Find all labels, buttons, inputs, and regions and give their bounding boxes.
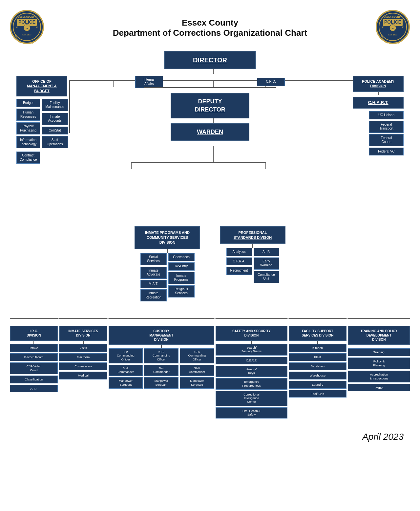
2-10-column: 2-10CommandingOfficer ShiftCommander Man… (144, 348, 178, 389)
svg-text:POLICE: POLICE (18, 19, 35, 25)
inmate-programs-block: INMATE PROGRAMS ANDCOMMUNITY SERVICESDIV… (135, 226, 200, 302)
internal-affairs-box: InternalAffairs (135, 76, 163, 88)
office-mgmt-box: OFFICE OFMANAGEMENT & BUDGET (16, 76, 67, 96)
svg-text:★: ★ (16, 26, 18, 29)
center-column: InternalAffairs C.R.O. DEPUTYDIRECTOR WA… (128, 76, 292, 141)
cro-box: C.R.O. (257, 78, 285, 86)
svg-text:★: ★ (402, 26, 404, 29)
logo-left: ESSEX COUNTY POLICE ★ EST. 1837 DEPARTME… (10, 10, 44, 46)
title-line1: Essex County (10, 18, 410, 28)
svg-text:★: ★ (392, 27, 394, 30)
warehouse-box: Warehouse (289, 372, 346, 379)
fire-health-safety-box: Fire, Health &Safety (216, 407, 288, 419)
inmate-services-block: INMATE SERVICESDIVISION Visits Mailroom … (59, 318, 107, 379)
classification-box: Classification (10, 376, 58, 383)
re-entry-box: Re-Entry (168, 262, 195, 271)
early-warning-box: EarlyWarning (254, 257, 279, 270)
intake-box: Intake (10, 344, 58, 352)
training-box: Training (348, 348, 410, 356)
training-policy-block: TRAINING AND POLICYDEVELOPMENTDIVISON Tr… (348, 318, 410, 391)
mat-box: M.A.T. (140, 280, 167, 288)
info-tech-box: InformationTechnology (16, 136, 40, 148)
contract-compliance-box: ContractCompliance (16, 152, 40, 164)
opra-box: O.P.R.A. (226, 257, 252, 266)
training-policy-box: TRAINING AND POLICYDEVELOPMENTDIVISON (348, 326, 410, 345)
left-side-block: OFFICE OFMANAGEMENT & BUDGET Budget Huma… (10, 76, 68, 164)
svg-text:EST. 1837: EST. 1837 (22, 34, 32, 36)
laundry-box: Laundry (289, 381, 346, 389)
2-10-shift-commander-box: ShiftCommander (144, 365, 178, 376)
armory-keys-box: Armory/Keys (216, 366, 288, 377)
irc-division-box: I.R.C.DIVISION (10, 326, 58, 341)
6-2-column: 6-2CommandingOfficer ShiftCommander Manp… (109, 348, 143, 389)
grievances-box: Grievances (168, 253, 195, 261)
10-6-manpower-box: ManpowerSergeant (180, 377, 214, 389)
10-6-column: 10-6CommandingOfficer ShiftCommander Man… (180, 348, 214, 389)
logo-right: ESSEX COUNTY POLICE ★ EST. 1837 DEPARTME… (376, 10, 410, 46)
inmate-accounts-box: InmateAccounts (42, 113, 68, 125)
professional-standards-box: PROFESSIONALSTANDARDS DIVISON (220, 226, 285, 244)
payroll-box: Payroll/Purchasing (16, 122, 40, 134)
analytics-box: Analytics (226, 248, 252, 256)
10-6-shift-commander-box: ShiftCommander (180, 365, 214, 376)
visits-box: Visits (59, 344, 107, 352)
policy-planning-box: Policy &Planning (348, 358, 410, 369)
commissary-box: Commissary (59, 362, 107, 370)
facility-support-block: FACILITY SUPPORTSERVICES DIVISION Kitche… (289, 318, 346, 398)
svg-text:★: ★ (382, 26, 384, 29)
mailroom-box: Mailroom (59, 353, 107, 361)
staff-ops-box: StaffOperations (42, 136, 68, 148)
svg-text:POLICE: POLICE (384, 19, 401, 25)
human-resources-box: HumanResources (16, 109, 40, 121)
svg-text:★: ★ (26, 27, 28, 30)
inmate-services-box: INMATE SERVICESDIVISION (59, 326, 107, 341)
cjp-video-court-box: CJP/VideoCourt (10, 362, 58, 374)
facility-maint-box: FacilityMaintenance (42, 99, 68, 111)
compliance-unit-box: ComplianceUnit (254, 271, 279, 283)
correctional-intel-box: CorrectionalIntelligenceCenter (216, 391, 288, 406)
inmate-programs-child-box: InmatePrograms (168, 272, 195, 284)
record-room-box: Record Room (10, 353, 58, 361)
footer-date: April 2023 (10, 432, 410, 442)
sanitation-box: Sanitation (289, 362, 346, 370)
title-line2: Department of Corrections Organizational… (10, 28, 410, 38)
search-security-box: Search/Security Teams (216, 344, 288, 356)
director-box: DIRECTOR (10, 51, 410, 69)
6-2-shift-commander-box: ShiftCommander (109, 365, 143, 376)
ati-box: A.T.I. (10, 385, 58, 393)
safety-security-box: SAFETY AND SECURITYDIVISION (216, 326, 288, 341)
emergency-prep-box: EmergencyPreparedness (216, 378, 288, 390)
medical-box: Medical (59, 372, 107, 379)
budget-box: Budget (16, 99, 40, 107)
irc-division-block: I.R.C.DIVISION Intake Record Room CJP/Vi… (10, 318, 58, 392)
warden-box: WARDEN (171, 123, 249, 141)
svg-text:EST. 1837: EST. 1837 (388, 34, 397, 36)
kitchen-box: Kitchen (289, 344, 346, 352)
svg-text:★: ★ (36, 26, 38, 29)
custody-mgmt-block: CUSTODYMANAGEMENTDIVISION 6-2CommandingO… (109, 318, 214, 389)
corrstat-box: CorrStat (42, 127, 68, 135)
footer: April 2023 (10, 432, 410, 442)
recruitment-box: Recruitment (226, 267, 252, 275)
svg-text:ESSEX COUNTY: ESSEX COUNTY (384, 16, 402, 18)
social-services-box: SocialServices (140, 253, 167, 265)
2-10-manpower-box: ManpowerSergeant (144, 377, 178, 389)
right-side-block: POLICE ACADEMYDIVISION C.H.A.R.T. UC Lia… (353, 76, 410, 155)
federal-courts-box: FederalCourts (369, 134, 404, 146)
inmate-recreation-box: InmateRecreation (140, 289, 167, 301)
chart-box: C.H.A.R.T. (353, 97, 404, 109)
aip-box: A.I.P. (254, 248, 279, 256)
federal-vc-box: Federal VC (369, 148, 404, 156)
professional-standards-block: PROFESSIONALSTANDARDS DIVISON Analytics … (220, 226, 285, 302)
tool-crib-box: Tool/ Crib (289, 390, 346, 398)
deputy-director-box: DEPUTYDIRECTOR (171, 93, 249, 118)
svg-text:ESSEX COUNTY: ESSEX COUNTY (18, 16, 36, 18)
page-header: ESSEX COUNTY POLICE ★ EST. 1837 DEPARTME… (10, 10, 410, 46)
prea-box: PREA (348, 384, 410, 392)
header-title: Essex County Department of Corrections O… (10, 18, 410, 38)
10-6-commanding-box: 10-6CommandingOfficer (180, 348, 214, 363)
6-2-commanding-box: 6-2CommandingOfficer (109, 348, 143, 363)
inmate-programs-box: INMATE PROGRAMS ANDCOMMUNITY SERVICESDIV… (135, 226, 200, 249)
6-2-manpower-box: ManpowerSergeant (109, 377, 143, 389)
bottom-divisions: I.R.C.DIVISION Intake Record Room CJP/Vi… (10, 318, 410, 419)
